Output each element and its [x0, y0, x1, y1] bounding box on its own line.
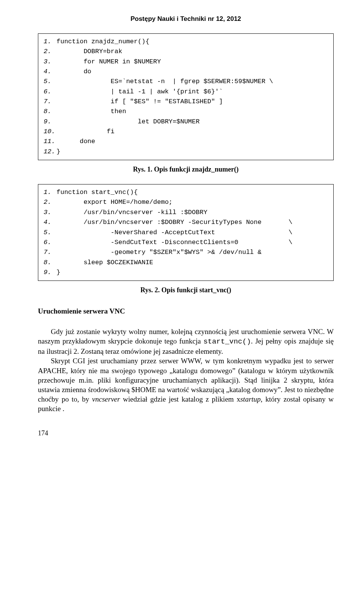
code-inline: start_vnc() [203, 337, 251, 346]
code-text: sleep $OCZEKIWANIE [56, 259, 153, 266]
code-line: 4. /usr/bin/vncserver :$DOBRY -SecurityT… [44, 217, 328, 227]
code-text: fi [56, 128, 115, 135]
code-line: 7. if [ "$ES" != "ESTABLISHED" ] [44, 97, 328, 107]
italic-run: vncserver [92, 395, 120, 403]
line-number: 6. [44, 238, 56, 247]
code-line: 7. -geometry "$SZER"x"$WYS" >& /dev/null… [44, 247, 328, 257]
line-number: 5. [44, 77, 56, 87]
code-text: export HOME=/home/demo; [56, 199, 173, 206]
code-line: 6. -SendCutText -DisconnectClients=0 \ [44, 238, 328, 247]
code-text: DOBRY=brak [56, 48, 122, 55]
code-line: 5. ES=`netstat -n | fgrep $SERWER:59$NUM… [44, 77, 328, 87]
code-text: -geometry "$SZER"x"$WYS" >& /dev/null & [56, 249, 262, 256]
figure-caption-1: Rys. 1. Opis funkcji znajdz_numer() [38, 165, 334, 173]
code-text: /usr/bin/vncserver -kill :$DOBRY [56, 209, 207, 216]
code-line: 6. | tail -1 | awk '{print $6}'` [44, 87, 328, 97]
line-number: 4. [44, 67, 56, 77]
code-text: ES=`netstat -n | fgrep $SERWER:59$NUMER … [56, 78, 273, 85]
text-run: wiedział gdzie jest katalog z plikiem x [120, 395, 240, 403]
line-number: 1. [44, 37, 56, 47]
code-text: /usr/bin/vncserver :$DOBRY -SecurityType… [56, 219, 292, 226]
code-line: 8. sleep $OCZEKIWANIE [44, 258, 328, 268]
line-number: 9. [44, 117, 56, 127]
code-line: 12.} [44, 147, 328, 157]
line-number: 3. [44, 57, 56, 67]
code-listing-1: 1.function znajdz_numer(){2. DOBRY=brak3… [38, 33, 334, 160]
header-text: Postępy Nauki i Techniki nr 12, 2012 [130, 15, 241, 22]
code-text: function znajdz_numer(){ [56, 38, 149, 45]
code-text: then [56, 108, 126, 115]
line-number: 10. [44, 127, 56, 137]
section-heading: Uruchomienie serwera VNC [38, 307, 334, 315]
code-line: 4. do [44, 67, 328, 77]
code-line: 11. done [44, 137, 328, 147]
line-number: 6. [44, 87, 56, 97]
line-number: 12. [44, 147, 56, 157]
line-number: 2. [44, 47, 56, 57]
code-text: for NUMER in $NUMERY [56, 58, 161, 65]
code-text: if [ "$ES" != "ESTABLISHED" ] [56, 98, 223, 105]
code-text: } [56, 269, 60, 276]
code-line: 2. export HOME=/home/demo; [44, 197, 328, 207]
line-number: 9. [44, 268, 56, 277]
code-text: let DOBRY=$NUMER [56, 118, 199, 125]
code-line: 5. -NeverShared -AcceptCutText \ [44, 228, 328, 238]
code-text: -SendCutText -DisconnectClients=0 \ [56, 239, 292, 246]
line-number: 2. [44, 197, 56, 207]
code-line: 1.function znajdz_numer(){ [44, 37, 328, 47]
italic-run: startup [240, 395, 261, 403]
code-line: 9.} [44, 268, 328, 277]
page-header: Postępy Nauki i Techniki nr 12, 2012 [38, 15, 334, 23]
line-number: 7. [44, 247, 56, 257]
paragraph-1: Gdy już zostanie wykryty wolny numer, ko… [38, 327, 334, 356]
code-line: 9. let DOBRY=$NUMER [44, 117, 328, 127]
line-number: 5. [44, 228, 56, 238]
code-text: } [56, 148, 60, 155]
line-number: 7. [44, 97, 56, 107]
paragraph-2: Skrypt CGI jest uruchamiany przez serwer… [38, 356, 334, 413]
code-text: done [56, 138, 95, 145]
line-number: 3. [44, 208, 56, 217]
line-number: 1. [44, 188, 56, 197]
code-text: function start_vnc(){ [56, 189, 138, 196]
code-line: 3. for NUMER in $NUMERY [44, 57, 328, 67]
line-number: 11. [44, 137, 56, 147]
line-number: 4. [44, 217, 56, 227]
body-text: Gdy już zostanie wykryty wolny numer, ko… [38, 327, 334, 413]
code-line: 2. DOBRY=brak [44, 47, 328, 57]
code-line: 8. then [44, 107, 328, 117]
line-number: 8. [44, 258, 56, 268]
code-line: 3. /usr/bin/vncserver -kill :$DOBRY [44, 208, 328, 217]
code-line: 10. fi [44, 127, 328, 137]
code-line: 1.function start_vnc(){ [44, 188, 328, 197]
code-text: -NeverShared -AcceptCutText \ [56, 229, 292, 236]
figure-caption-2: Rys. 2. Opis funkcji start_vnc() [38, 286, 334, 294]
code-listing-2: 1.function start_vnc(){2. export HOME=/h… [38, 184, 334, 281]
page-number: 174 [38, 429, 334, 437]
line-number: 8. [44, 107, 56, 117]
code-text: do [56, 68, 91, 75]
code-text: | tail -1 | awk '{print $6}'` [56, 88, 223, 95]
